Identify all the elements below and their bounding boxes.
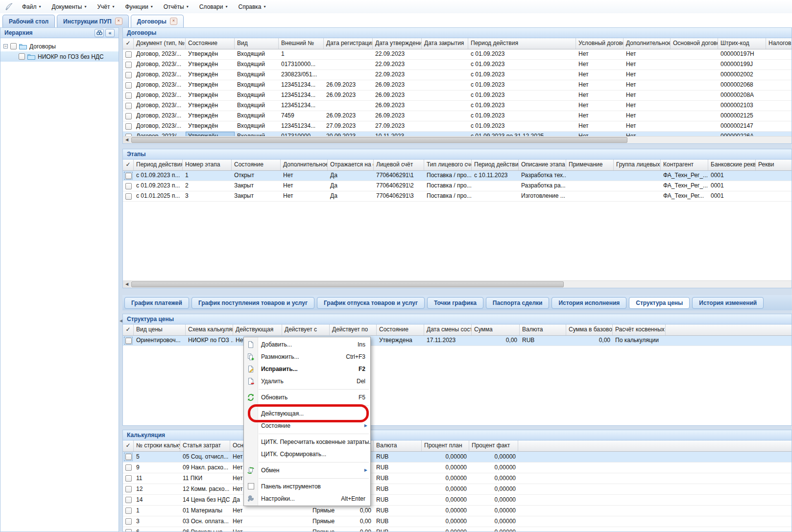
table-row[interactable]: 1212 Комм. расхо...НетRUB0,000000,00000 [123,484,792,495]
column-header[interactable]: Состояние [377,324,424,335]
cell[interactable]: 1 [134,506,180,516]
cell[interactable]: 0,00000 [422,473,469,484]
cell[interactable]: Изготовление ... [519,191,566,201]
cell[interactable]: Открыт [232,171,281,181]
column-header[interactable]: Статья затрат [180,440,230,451]
column-header[interactable]: Действующая [233,324,282,335]
cell[interactable]: Ориентировоч... [134,336,186,346]
cell[interactable]: Нет [576,91,624,100]
cell[interactable]: Утверждена [377,336,424,346]
cell[interactable]: 0,00 [343,506,374,516]
cell[interactable]: Нет [624,80,671,90]
context-menu-item[interactable]: Исправить...F2 [244,363,370,375]
tab-item[interactable]: Инструкции ПУП× [57,15,128,27]
column-header[interactable]: Условный договор [576,38,624,49]
column-header[interactable]: ✓ [123,38,134,49]
column-header[interactable]: Дата регистрации. [324,38,373,49]
table-row[interactable]: Договор, 2023/...УтверждёнВходящий745926… [123,111,792,121]
context-menu-item[interactable]: Добавить...Ins [244,338,370,350]
cell[interactable]: 27.09.2023 [324,121,373,131]
cell[interactable]: Утверждён [186,60,235,69]
table-row[interactable]: 303 Осн. оплата...НетПрямые0,00RUB0,0000… [123,516,792,527]
cell[interactable]: 0,00000 [422,516,469,527]
cell[interactable]: 0,00000 [469,516,518,527]
cell[interactable]: Разработка ра... [519,181,566,191]
cell[interactable]: 1 [279,49,324,59]
cell[interactable]: Прямые [310,516,343,527]
cell[interactable]: с 10.11.2023 [472,171,519,181]
column-header[interactable]: Внешний № [279,38,324,49]
cell[interactable]: 0,00 [566,336,613,346]
cell[interactable]: Нет [624,60,671,69]
cell[interactable]: Утверждён [186,91,235,100]
cell[interactable]: 0,00 [472,336,520,346]
menubar-item[interactable]: Документы▾ [47,0,92,13]
column-header[interactable]: Налогов [766,38,792,49]
cell[interactable] [671,91,718,100]
cell[interactable]: Входящий [235,121,279,131]
cell[interactable]: Утверждён [186,80,235,90]
collapse-expander-icon[interactable]: − [3,44,8,48]
context-menu-item[interactable]: Панель инструментов [244,480,370,492]
cell[interactable] [324,60,373,69]
cell[interactable] [766,101,792,111]
cell[interactable]: 09 Накл. расхо... [180,463,230,473]
cell[interactable] [671,101,718,111]
cell[interactable]: Договор, 2023/... [134,80,186,90]
table-row[interactable]: Договор, 2023/...УтверждёнВходящий230823… [123,70,792,80]
cell[interactable] [123,111,134,121]
cell[interactable]: с 01.09.2023 [468,70,576,80]
column-header[interactable]: Состояние [186,38,235,49]
cell[interactable]: Входящий [235,60,279,69]
cell[interactable]: Нет [576,121,624,131]
row-checkbox[interactable] [125,486,132,492]
cell[interactable]: Поставка / про... [424,191,472,201]
table-row[interactable]: 1111 ПКИНетRUB0,000000,00000 [123,473,792,484]
context-menu-item[interactable]: ЦИТК. Сформировать... [244,448,370,460]
cell[interactable]: Входящий [235,111,279,121]
menubar-item[interactable]: Функции▾ [120,0,158,13]
cell[interactable]: ФА_Техн_Рег... [661,191,708,201]
cell[interactable]: Прямые [310,506,343,516]
collapse-sidebar-button[interactable]: « [105,29,115,37]
column-header[interactable]: ✓ [123,160,134,170]
cell[interactable]: 0,00000 [422,527,469,532]
cell[interactable]: с 01.09.2023 п... [134,171,183,181]
subtab[interactable]: Структура цены [629,297,690,309]
table-row[interactable]: с 01.09.2023 п...1ОткрытНетДа7706406291\… [123,171,792,181]
h-scrollbar[interactable]: ◀ [123,280,792,288]
menubar-item[interactable]: Файл▾ [17,0,47,13]
cell[interactable]: с 01.09.2023 п... [134,181,183,191]
table-row[interactable]: с 01.09.2023 п...2ЗакрытНетДа7706406291\… [123,181,792,191]
cell[interactable]: Нет [624,101,671,111]
cell[interactable] [123,101,134,111]
context-menu-item[interactable]: ОбновитьF5 [244,391,370,403]
cell[interactable] [422,70,468,80]
cell[interactable]: Нет [624,91,671,100]
cell[interactable]: 12 Комм. расхо... [180,484,230,494]
tree-item[interactable]: −Договоры [0,41,119,51]
cell[interactable]: 000000199J [718,60,766,69]
context-menu-item[interactable]: Настройки...Alt+Enter [244,492,370,505]
cell[interactable]: 26.09.2023 [373,91,422,100]
column-header[interactable]: Период действия [468,38,576,49]
cell[interactable]: с 01.09.2023 [468,121,576,131]
cell[interactable]: Нет [624,70,671,80]
cell[interactable]: Закрыт [232,181,281,191]
cell[interactable]: 26.09.2023 [373,80,422,90]
cell[interactable] [614,171,661,181]
cell[interactable] [123,49,134,59]
cell[interactable]: Договор, 2023/... [134,121,186,131]
cell[interactable] [422,91,468,100]
cell[interactable]: Утверждён [186,70,235,80]
h-scrollbar[interactable]: ◀ [123,136,792,143]
cell[interactable] [123,121,134,131]
cell[interactable]: Договор, 2023/... [134,60,186,69]
column-header[interactable]: Тип лицевого счёт [424,160,472,170]
cell[interactable]: Да [328,191,374,201]
column-header[interactable]: Процент факт [469,440,518,451]
cell[interactable]: Закрыт [232,191,281,201]
cell[interactable] [614,181,661,191]
column-header[interactable]: Схема калькуляци [186,324,233,335]
cell[interactable]: Нет [576,49,624,59]
